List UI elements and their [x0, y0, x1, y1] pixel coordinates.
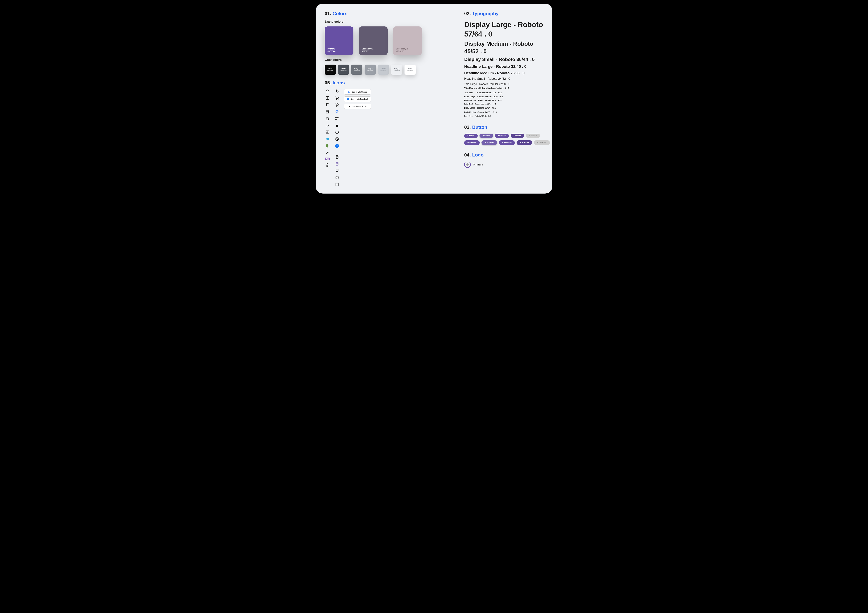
gray-colors-subhead: Gray colors: [325, 58, 450, 62]
section-title: Colors: [333, 11, 347, 16]
type-sample: Label Small - Roboto Medium 11/16 . +0.5: [464, 103, 543, 105]
dashboard-icon: [326, 96, 329, 100]
focused-button[interactable]: +Focused: [499, 140, 515, 145]
hovered-button[interactable]: Hovered: [479, 133, 493, 138]
signin-label: Sign in with Google: [352, 91, 367, 93]
motion-icon: [326, 137, 329, 141]
type-sample: Display Large - Roboto 57/64 . 0: [464, 20, 543, 39]
button-row-2: +Enabled+Hovered+Focused+Pressed+Disable…: [464, 140, 543, 145]
icon-column-1: Woo: [325, 89, 330, 167]
button-label: Pressed: [514, 135, 521, 137]
plus-icon: +: [537, 141, 538, 144]
enabled-button[interactable]: +Enabled: [464, 140, 480, 145]
cart-icon: [335, 96, 339, 100]
icons-block: Woo f: [325, 89, 450, 186]
swatch-gray-5: Gray 5#2F80ED: [364, 65, 376, 74]
button-label: Focused: [498, 135, 505, 137]
swatch-name: Primary: [327, 48, 350, 50]
swatch-black: Black#2F80ED: [325, 65, 336, 74]
type-sample: Title Small - Roboto Medium 14/20 . +0.1: [464, 92, 543, 94]
swatch-name: Black: [328, 68, 332, 70]
swatch-hex: #2F80ED: [354, 70, 360, 71]
signin-facebook-button[interactable]: f Sign in with Facebook: [344, 96, 371, 102]
swatch-gray-7: Gray 7#2F80ED: [391, 65, 402, 74]
file-icon: [335, 155, 339, 159]
logo-mark: [464, 161, 471, 168]
type-sample: Display Small - Roboto 36/44 . 0: [464, 56, 543, 63]
facebook-icon: f: [335, 144, 339, 148]
cart-add-icon: [335, 103, 339, 107]
svg-point-7: [338, 106, 338, 107]
disabled-button: Disabled: [526, 133, 540, 138]
svg-rect-16: [336, 184, 338, 185]
type-sample: Title Medium - Roboto Medium 16/24 . +0.…: [464, 87, 543, 90]
disabled-button: +Disabled: [534, 140, 550, 145]
swatch-name: Gray 4: [354, 68, 360, 70]
type-sample: Body Small - Roboto 12/16 . +0.4: [464, 115, 543, 117]
swatch-hex: #2F80ED: [341, 70, 347, 71]
type-sample: Label Medium - Roboto Medium 12/16 . +0.…: [464, 99, 543, 102]
section-typography-header: 02. Typography: [464, 11, 543, 16]
icon-column-2: f: [334, 89, 340, 186]
svg-point-3: [336, 90, 336, 91]
svg-point-6: [336, 106, 337, 107]
tags-icon: [335, 89, 339, 93]
type-sample: Headline Small - Roboto 24/32 . 0: [464, 77, 543, 81]
type-sample: Body Medium - Roboto 14/20 . +0.25: [464, 111, 543, 113]
swatch-gray-4: Gray 4#2F80ED: [351, 65, 363, 74]
button-label: Hovered: [487, 141, 494, 144]
dollar-icon: [335, 137, 339, 141]
section-colors-header: 01. Colors: [325, 11, 450, 16]
stack-icon: [335, 182, 339, 186]
store-icon: [326, 110, 329, 114]
pressed-button[interactable]: +Pressed: [516, 140, 532, 145]
plus-icon: +: [485, 141, 486, 144]
svg-point-4: [336, 99, 337, 100]
swatch-white: White#2F80ED: [405, 65, 415, 74]
swatch-hex: #2F80ED: [394, 70, 400, 71]
plus-circle-icon: [335, 130, 339, 134]
svg-rect-15: [336, 183, 338, 184]
swatch-name: Gray 3: [341, 68, 346, 70]
signin-apple-button[interactable]: Sign in with Apple: [344, 104, 371, 109]
file-edit-icon: [335, 169, 339, 173]
button-label: Enabled: [467, 135, 474, 137]
svg-point-5: [338, 99, 338, 100]
hovered-button[interactable]: +Hovered: [482, 140, 497, 145]
logo-row: Printum: [464, 161, 543, 168]
apple-icon: [335, 123, 339, 127]
shirt-icon: [326, 103, 329, 107]
enabled-button[interactable]: Enabled: [464, 133, 478, 138]
svg-rect-8: [336, 117, 337, 118]
button-label: Pressed: [522, 141, 529, 144]
swatch-hex: #2F80ED: [380, 70, 386, 71]
svg-rect-9: [336, 119, 337, 120]
home-icon: [326, 89, 329, 93]
brand-swatch-row: Primary #6750A4 Secondary 1 #625B71 Seco…: [325, 26, 450, 55]
swatch-name: Secondary 2: [396, 48, 419, 50]
cube-icon: [335, 175, 339, 180]
focused-button[interactable]: Focused: [495, 133, 509, 138]
section-num: 05.: [325, 80, 331, 85]
swatch-hex: #7D5260: [396, 50, 419, 52]
swatch-hex: #625B71: [362, 50, 385, 52]
shopify-icon: [326, 144, 329, 148]
section-title: Icons: [333, 80, 345, 85]
type-sample: Body Large - Roboto 16/24 . +0.5: [464, 107, 543, 110]
signin-google-button[interactable]: Sign in with Google: [344, 89, 371, 95]
plus-icon: +: [520, 141, 521, 144]
type-sample: Headline Large - Roboto 32/40 . 0: [464, 64, 543, 69]
signin-label: Sign in with Apple: [352, 106, 367, 107]
swatch-name: Gray 6: [381, 68, 386, 70]
pressed-button[interactable]: Pressed: [511, 133, 524, 138]
button-row-1: EnabledHoveredFocusedPressedDisabled: [464, 133, 543, 138]
chart-icon: [326, 130, 329, 134]
magento-icon: [326, 163, 329, 167]
section-title: Typography: [472, 11, 499, 16]
swatch-hex: #2F80ED: [367, 70, 373, 71]
swatch-gray-3: Gray 3#2F80ED: [338, 65, 349, 74]
form-icon: [335, 116, 339, 121]
signin-label: Sign in with Facebook: [350, 98, 368, 100]
swatch-primary: Primary #6750A4: [325, 26, 353, 55]
section-num: 04.: [464, 152, 471, 158]
